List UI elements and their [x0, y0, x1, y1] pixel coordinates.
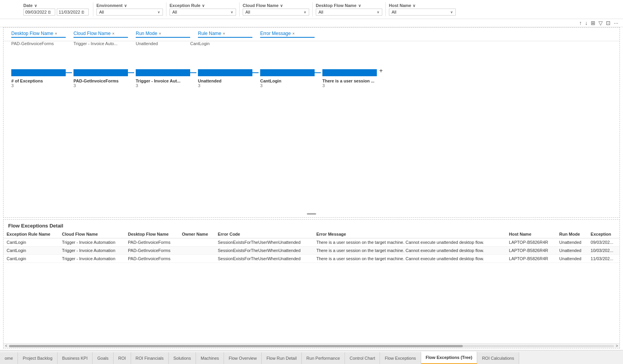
bar-run-mode: Unattended 3: [198, 69, 260, 88]
th-exception: Exception: [588, 230, 620, 238]
bar-run-mode-label: Unattended: [198, 79, 260, 83]
filter-cloud-flow-group: Cloud Flow Name ∨ All ∨: [243, 2, 313, 16]
date-to-input[interactable]: 11/03/2022 🗓: [57, 9, 89, 16]
scroll-handle[interactable]: [307, 213, 316, 215]
date-caret-icon: ∨: [34, 4, 37, 8]
bar-exceptions-strip[interactable]: [11, 69, 66, 76]
tab-control-chart[interactable]: Control Chart: [345, 352, 380, 364]
td-host-name-0: LAPTOP-B5826R4R: [506, 238, 556, 247]
filter-date-group: Date ∨ 09/03/2022 🗓 11/03/2022 🗓: [23, 2, 93, 16]
bar-connector-3: [190, 72, 196, 73]
bar-exceptions-label: # of Exceptions: [11, 79, 74, 83]
desktop-flow-dropdown[interactable]: All ∨: [316, 9, 382, 16]
filter-icon[interactable]: ▽: [598, 20, 603, 26]
lower-section: Flow Exceptions Detail Exception Rule Na…: [3, 219, 620, 348]
bar-cloud-flow-strip[interactable]: [136, 69, 190, 76]
tab-flow-exceptions[interactable]: Flow Exceptions: [380, 352, 421, 364]
td-host-name-1: LAPTOP-B5826R4R: [506, 247, 556, 255]
sort-asc-icon[interactable]: ↑: [579, 20, 582, 26]
more-options-icon[interactable]: ···: [614, 20, 618, 26]
run-mode-value: Unattended: [136, 41, 190, 46]
bar-rule-name-strip[interactable]: [260, 69, 315, 76]
tab-run-performance[interactable]: Run Performance: [302, 352, 345, 364]
env-caret-icon: ∨: [124, 4, 127, 8]
td-error-code-0: SessionExistsForTheUserWhenUnattended: [215, 238, 313, 247]
bar-cloud-flow-count: 3: [136, 83, 198, 88]
bar-desktop-flow-strip[interactable]: [74, 69, 128, 76]
td-run-mode-2: Unattended: [556, 255, 588, 263]
cloud-flow-close-icon[interactable]: ×: [112, 32, 114, 36]
rule-name-close-icon[interactable]: ×: [223, 32, 225, 36]
table-wrapper[interactable]: Exception Rule Name Cloud Flow Name Desk…: [4, 230, 620, 343]
scroll-left-arrow[interactable]: <: [5, 344, 7, 348]
bar-desktop-flow-count: 3: [74, 83, 136, 88]
td-desktop-flow-1: PAD-GetInvoiceForms: [125, 247, 179, 255]
date-filter-value: 09/03/2022 🗓 11/03/2022 🗓: [23, 9, 90, 16]
error-message-col-header[interactable]: Error Message ×: [260, 31, 315, 38]
toolbar-icons: ↑ ↓ ⊞ ▽ ⊡ ···: [0, 19, 623, 27]
filter-environment-group: Environment ∨ All ∨: [96, 2, 166, 16]
host-name-filter-label: Host Name ∨: [389, 3, 456, 8]
cloud-flow-value: Trigger - Invoice Auto...: [74, 41, 136, 46]
column-headers-area: Desktop Flow Name × Cloud Flow Name × Ru…: [4, 28, 620, 41]
bar-rule-name-label: CantLogin: [260, 79, 322, 83]
th-exception-rule: Exception Rule Name: [4, 230, 59, 238]
detail-section-title: Flow Exceptions Detail: [4, 220, 620, 230]
cloud-flow-col-header[interactable]: Cloud Flow Name ×: [74, 31, 128, 38]
tab-flow-overview[interactable]: Flow Overview: [224, 352, 262, 364]
filter-exception-rule-group: Exception Rule ∨ All ∨: [170, 2, 240, 16]
desktop-flow-value: PAD-GetInvoiceForms: [11, 41, 74, 46]
export-icon[interactable]: ⊡: [606, 20, 611, 26]
bar-run-mode-strip[interactable]: [198, 69, 252, 76]
date-filter-label: Date ∨: [23, 3, 90, 8]
tab-goals[interactable]: Goals: [93, 352, 114, 364]
run-mode-close-icon[interactable]: ×: [159, 32, 161, 36]
add-column-button[interactable]: +: [379, 67, 383, 74]
tab-machines[interactable]: Machines: [196, 352, 224, 364]
tab-flow-run-detail[interactable]: Flow Run Detail: [262, 352, 302, 364]
tab-home[interactable]: ome: [0, 352, 18, 364]
rule-name-col-header[interactable]: Rule Name ×: [198, 31, 252, 38]
upper-section: Desktop Flow Name × Cloud Flow Name × Ru…: [3, 27, 620, 218]
tab-project-backlog[interactable]: Project Backlog: [18, 352, 57, 364]
h-thumb[interactable]: [9, 345, 463, 347]
td-error-code-2: SessionExistsForTheUserWhenUnattended: [215, 255, 313, 263]
tab-roi[interactable]: ROI: [114, 352, 131, 364]
hierarchy-icon[interactable]: ⊞: [591, 20, 595, 26]
cloud-flow-arrow-icon: ∨: [304, 10, 306, 14]
desktop-flow-col-header[interactable]: Desktop Flow Name ×: [11, 31, 66, 38]
error-message-close-icon[interactable]: ×: [292, 32, 295, 36]
exception-rule-dropdown[interactable]: All ∨: [170, 9, 236, 16]
scroll-right-arrow[interactable]: >: [616, 344, 618, 348]
tab-flow-exceptions-tree[interactable]: Flow Exceptions (Tree): [421, 352, 478, 364]
tab-roi-calculations[interactable]: ROI Calculations: [477, 352, 519, 364]
table-header-row: Exception Rule Name Cloud Flow Name Desk…: [4, 230, 620, 238]
tab-business-kpi[interactable]: Business KPI: [58, 352, 93, 364]
bars-area: # of Exceptions 3 PAD-GetInvoiceForms 3 …: [4, 46, 620, 209]
tab-roi-financials[interactable]: ROI Financials: [131, 352, 169, 364]
bar-error-count: 3: [322, 83, 385, 88]
tab-solutions[interactable]: Solutions: [169, 352, 196, 364]
calendar-from-icon[interactable]: 🗓: [47, 10, 51, 14]
cloud-flow-dropdown[interactable]: All ∨: [243, 9, 309, 16]
th-error-message: Error Message: [313, 230, 506, 238]
environment-filter-label: Environment ∨: [96, 3, 163, 8]
filter-host-name-group: Host Name ∨ All ∨: [389, 2, 459, 16]
environment-dropdown[interactable]: All ∨: [96, 9, 163, 16]
sort-desc-icon[interactable]: ↓: [585, 20, 588, 26]
run-mode-col-header[interactable]: Run Mode ×: [136, 31, 190, 38]
cloud-flow-filter-label: Cloud Flow Name ∨: [243, 3, 309, 8]
host-name-dropdown[interactable]: All ∨: [389, 9, 456, 16]
desktop-flow-close-icon[interactable]: ×: [55, 32, 57, 36]
h-scrollbar[interactable]: < >: [4, 343, 620, 348]
bar-error-strip[interactable]: [322, 69, 377, 76]
td-exception-rule-2: CantLogin: [4, 255, 59, 263]
calendar-to-icon[interactable]: 🗓: [81, 10, 85, 14]
th-owner: Owner Name: [179, 230, 215, 238]
bar-connector-4: [252, 72, 259, 73]
date-from-input[interactable]: 09/03/2022 🗓: [23, 9, 55, 16]
rule-name-value: CantLogin: [190, 41, 245, 46]
bar-connector-2: [128, 72, 134, 73]
host-name-arrow-icon: ∨: [450, 10, 453, 14]
bar-run-mode-count: 3: [198, 83, 260, 88]
